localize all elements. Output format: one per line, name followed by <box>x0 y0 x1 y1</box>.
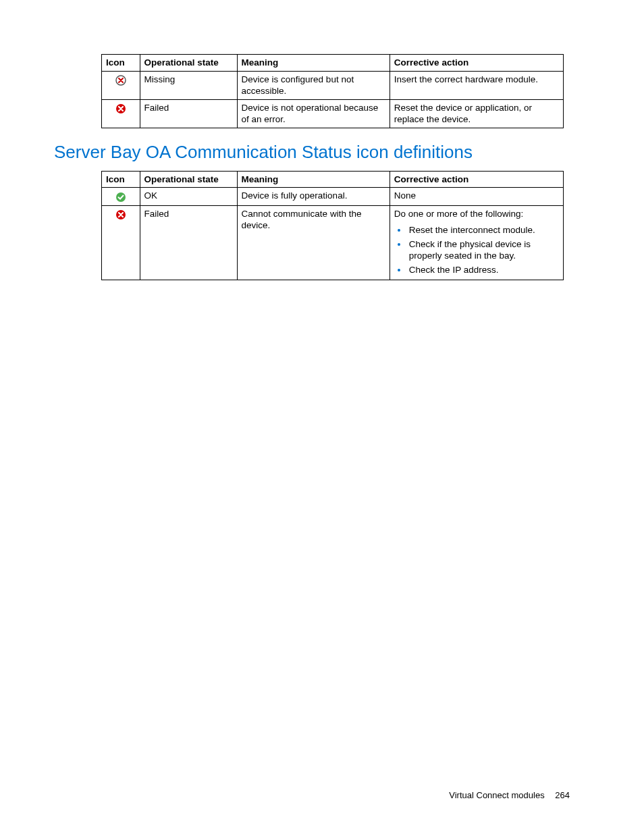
failed-icon <box>102 205 140 280</box>
th-icon: Icon <box>102 55 140 72</box>
action-list: Reset the interconnect module. Check if … <box>394 224 559 276</box>
missing-icon <box>102 71 140 99</box>
list-item: Reset the interconnect module. <box>408 224 559 236</box>
cell-action: Insert the correct hardware module. <box>390 71 563 99</box>
action-intro: Do one or more of the following: <box>394 209 523 219</box>
th-meaning: Meaning <box>237 55 390 72</box>
th-meaning: Meaning <box>237 171 390 188</box>
th-state: Operational state <box>140 171 237 188</box>
cell-action: None <box>390 188 563 206</box>
cell-meaning: Device is not operational because of an … <box>237 99 390 128</box>
cell-state: OK <box>140 188 237 206</box>
footer-page-number: 264 <box>555 790 570 800</box>
th-action: Corrective action <box>390 171 563 188</box>
table-row: Missing Device is configured but not acc… <box>102 71 564 99</box>
cell-action: Reset the device or application, or repl… <box>390 99 563 128</box>
cell-meaning: Device is fully operational. <box>237 188 390 206</box>
status-definitions-table-1: Icon Operational state Meaning Correctiv… <box>101 54 564 128</box>
page-footer: Virtual Connect modules 264 <box>449 790 570 800</box>
cell-action: Do one or more of the following: Reset t… <box>390 205 563 280</box>
section-heading: Server Bay OA Communication Status icon … <box>54 142 590 163</box>
list-item: Check if the physical device is properly… <box>408 238 559 262</box>
th-state: Operational state <box>140 55 237 72</box>
ok-icon <box>102 188 140 206</box>
cell-state: Failed <box>140 205 237 280</box>
th-icon: Icon <box>102 171 140 188</box>
th-action: Corrective action <box>390 55 563 72</box>
table-row: Failed Device is not operational because… <box>102 99 564 128</box>
table-row: Failed Cannot communicate with the devic… <box>102 205 564 280</box>
footer-section: Virtual Connect modules <box>449 790 544 800</box>
status-definitions-table-2: Icon Operational state Meaning Correctiv… <box>101 171 564 280</box>
cell-state: Missing <box>140 71 237 99</box>
cell-state: Failed <box>140 99 237 128</box>
cell-meaning: Cannot communicate with the device. <box>237 205 390 280</box>
cell-meaning: Device is configured but not accessible. <box>237 71 390 99</box>
table-row: OK Device is fully operational. None <box>102 188 564 206</box>
failed-icon <box>102 99 140 128</box>
list-item: Check the IP address. <box>408 263 559 276</box>
